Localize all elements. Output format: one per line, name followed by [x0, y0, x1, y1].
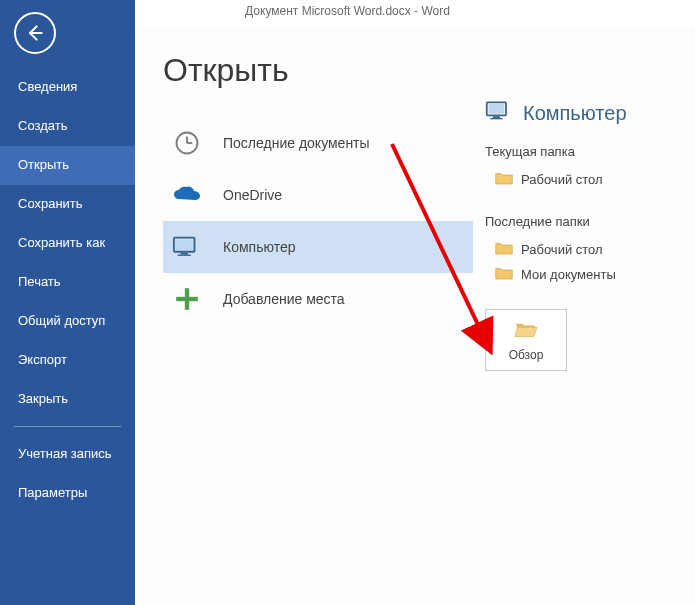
backstage-nav: Сведения Создать Открыть Сохранить Сохра…: [0, 68, 135, 418]
nav-item-share[interactable]: Общий доступ: [0, 302, 135, 341]
nav-item-info[interactable]: Сведения: [0, 68, 135, 107]
folder-icon: [495, 241, 513, 258]
svg-rect-7: [178, 255, 191, 256]
folder-name: Мои документы: [521, 267, 616, 282]
computer-icon: [485, 100, 513, 126]
svg-rect-5: [176, 240, 193, 250]
nav-item-open[interactable]: Открыть: [0, 146, 135, 185]
location-label: Последние документы: [223, 135, 370, 151]
nav-item-options[interactable]: Параметры: [0, 474, 135, 513]
computer-icon: [169, 229, 205, 265]
folder-icon: [495, 266, 513, 283]
nav-divider: [14, 426, 121, 427]
backstage-nav-footer: Учетная запись Параметры: [0, 435, 135, 513]
page-title: Открыть: [163, 52, 473, 89]
location-label: OneDrive: [223, 187, 282, 203]
browse-label: Обзор: [509, 348, 544, 362]
svg-rect-11: [489, 104, 505, 114]
nav-item-close[interactable]: Закрыть: [0, 380, 135, 419]
svg-rect-6: [180, 253, 188, 255]
folder-icon: [495, 171, 513, 188]
location-recent[interactable]: Последние документы: [163, 117, 473, 169]
arrow-left-icon: [25, 23, 45, 43]
onedrive-icon: [169, 177, 205, 213]
folder-name: Рабочий стол: [521, 242, 603, 257]
browse-button[interactable]: Обзор: [485, 309, 567, 371]
recent-folder-item[interactable]: Рабочий стол: [485, 237, 683, 262]
location-label: Компьютер: [223, 239, 295, 255]
plus-icon: [169, 281, 205, 317]
nav-item-saveas[interactable]: Сохранить как: [0, 224, 135, 263]
backstage-sidebar: Сведения Создать Открыть Сохранить Сохра…: [0, 0, 135, 605]
location-onedrive[interactable]: OneDrive: [163, 169, 473, 221]
current-folder-heading: Текущая папка: [485, 144, 683, 159]
nav-item-print[interactable]: Печать: [0, 263, 135, 302]
svg-rect-12: [493, 116, 500, 118]
recent-folders-heading: Последние папки: [485, 214, 683, 229]
folder-name: Рабочий стол: [521, 172, 603, 187]
back-button[interactable]: [14, 12, 56, 54]
panel-title: Компьютер: [523, 102, 627, 125]
computer-panel: Компьютер Текущая папка Рабочий стол Пос…: [473, 52, 683, 605]
current-folder-item[interactable]: Рабочий стол: [485, 167, 683, 192]
nav-item-new[interactable]: Создать: [0, 107, 135, 146]
folder-open-icon: [514, 319, 538, 342]
svg-rect-13: [490, 118, 502, 119]
location-label: Добавление места: [223, 291, 345, 307]
location-add-place[interactable]: Добавление места: [163, 273, 473, 325]
nav-item-export[interactable]: Экспорт: [0, 341, 135, 380]
clock-icon: [169, 125, 205, 161]
backstage-main: Открыть Последние документы: [135, 28, 695, 605]
location-computer[interactable]: Компьютер: [163, 221, 473, 273]
recent-folder-item[interactable]: Мои документы: [485, 262, 683, 287]
nav-item-account[interactable]: Учетная запись: [0, 435, 135, 474]
location-list: Последние документы OneDrive: [163, 117, 473, 325]
nav-item-save[interactable]: Сохранить: [0, 185, 135, 224]
svg-rect-9: [176, 297, 198, 301]
